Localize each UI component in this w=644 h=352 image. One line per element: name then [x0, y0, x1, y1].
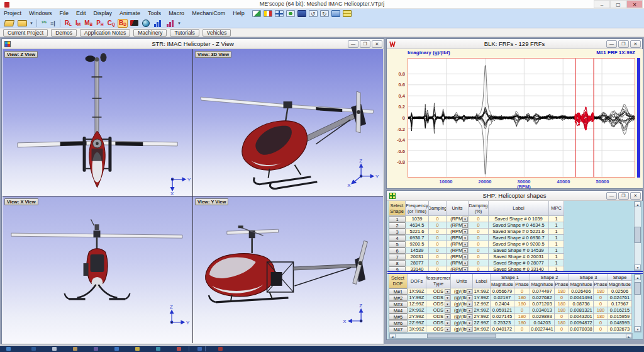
grid-cell[interactable]: 0.024761 — [608, 295, 632, 301]
dofs-header-select-dof[interactable]: Select DOF — [389, 274, 408, 288]
shape-row-button[interactable]: 7 — [389, 254, 406, 260]
tile-windows-icon[interactable] — [275, 10, 284, 17]
viewport-3d-view[interactable]: View: 3D View — [193, 49, 383, 196]
units-dropdown-icon[interactable]: ▼ — [462, 223, 468, 228]
grid-cell[interactable]: 2Y:99Z — [473, 314, 491, 320]
dofs-header-units[interactable]: Units — [451, 274, 473, 288]
shapes-titlebar[interactable]: SHP: Helicopter shapes — ❐ ✕ — [387, 191, 642, 201]
panel-restore-icon[interactable]: ❐ — [618, 40, 629, 48]
grid-cell[interactable]: Saved Shape # 0 5221.6 (RPM) — [489, 229, 549, 235]
panel-restore-icon[interactable]: ❐ — [360, 40, 370, 48]
shapes-header-frequency-or-time[interactable]: Frequency (or Time) — [406, 201, 429, 216]
menu-item-tools[interactable]: Tools — [144, 9, 165, 18]
view-label-z[interactable]: View: Z View — [4, 51, 38, 58]
panel-close-icon[interactable]: ✕ — [372, 40, 382, 48]
cell-dropdown-icon[interactable]: ▼ — [445, 295, 450, 300]
shape-sub-header[interactable]: Phase — [594, 281, 608, 288]
grid-cell[interactable]: 1 — [549, 260, 564, 266]
menu-item-mechanicom[interactable]: MechaniCom — [188, 9, 229, 18]
grid-cell[interactable]: 0 — [469, 254, 489, 260]
grid-cell[interactable]: 180 — [555, 288, 569, 295]
units-dropdown-icon[interactable]: ▼ — [462, 248, 468, 253]
grid-cell[interactable]: 0.02506 — [608, 288, 632, 295]
project-explorer-icon[interactable] — [252, 10, 261, 17]
grid-cell[interactable]: 180 — [594, 288, 608, 295]
menu-item-edit[interactable]: Edit — [72, 9, 90, 18]
grid-cell[interactable]: 1 — [549, 216, 564, 222]
grid-cell[interactable]: 0.027682 — [530, 295, 555, 301]
dof-row-button[interactable]: M#3 — [389, 301, 408, 307]
format-imaginary-button[interactable]: IM — [74, 19, 82, 28]
split-window-icon[interactable] — [343, 10, 352, 17]
cell-dropdown-icon[interactable]: ▼ — [467, 308, 472, 313]
menu-item-animate[interactable]: Animate — [116, 9, 144, 18]
units-dropdown-icon[interactable]: ▼ — [462, 217, 468, 222]
grid-cell[interactable]: 0 — [429, 254, 447, 260]
taskbar-app-icon[interactable] — [31, 347, 36, 351]
grid-cell[interactable]: 1 — [549, 229, 564, 235]
grid-cell[interactable]: 0 — [429, 247, 447, 254]
grid-cell[interactable]: 0.0041494 — [569, 295, 594, 301]
grid-cell[interactable]: 5221.6 — [406, 229, 429, 235]
bar-chart-red-icon[interactable] — [165, 19, 176, 28]
tab-current-project[interactable]: Current Project — [3, 29, 48, 37]
grid-cell[interactable]: 0.25323 — [491, 320, 514, 326]
grid-cell[interactable]: 0 — [429, 260, 447, 266]
units-dropdown-icon[interactable]: ▼ — [462, 236, 468, 241]
grid-cell[interactable]: 0.034013 — [530, 307, 555, 314]
grid-cell[interactable]: 180 — [514, 301, 530, 307]
grid-cell[interactable]: 0 — [469, 260, 489, 266]
grid-cell[interactable]: 180 — [555, 301, 569, 307]
grid-cell[interactable]: 0.17967 — [608, 301, 632, 307]
grid-cell[interactable]: Saved Shape # 0 28077 (RPM) — [489, 260, 549, 266]
grid-cell[interactable]: 1Z:99Z — [473, 301, 491, 307]
shape-group-header[interactable]: Shape 3 — [569, 274, 608, 281]
grid-cell[interactable]: 1 — [549, 222, 564, 229]
structure-titlebar[interactable]: STR: IMAC Helicopter - Z View — ❐ ✕ — [2, 39, 384, 49]
cell-dropdown-icon[interactable]: ▼ — [467, 321, 472, 326]
shapes-scrollbar[interactable]: ▲▼ — [634, 201, 641, 271]
menu-item-help[interactable]: Help — [229, 9, 248, 18]
cell-dropdown-icon[interactable]: ▼ — [445, 321, 450, 326]
grid-cell[interactable]: 14539 — [406, 247, 429, 254]
shapes-header-damping[interactable]: Damping — [429, 201, 447, 216]
menu-item-file[interactable]: File — [56, 9, 73, 18]
shape-sub-header[interactable]: Phase — [555, 281, 569, 288]
grid-cell[interactable]: 0.2404 — [491, 301, 514, 307]
start-button-icon[interactable] — [6, 347, 11, 351]
grid-cell[interactable]: 9200.5 — [406, 241, 429, 247]
cell-dropdown-icon[interactable]: ▼ — [467, 302, 472, 307]
scroll-left-icon[interactable]: ◄ — [389, 334, 396, 338]
grid-cell[interactable]: 1Y:99Z — [408, 295, 426, 301]
grid-cell[interactable]: 0 — [469, 235, 489, 241]
menu-item-project[interactable]: Project — [0, 9, 25, 18]
grid-cell[interactable]: 0.048595 — [608, 320, 632, 326]
shape-sub-header[interactable]: Phase — [514, 281, 530, 288]
cell-dropdown-icon[interactable]: ▼ — [467, 314, 472, 319]
menu-item-macro[interactable]: Macro — [165, 9, 188, 18]
panel-restore-icon[interactable]: ❐ — [618, 192, 629, 200]
taskbar-app-icon[interactable] — [135, 347, 140, 351]
grid-cell[interactable]: 0.040172 — [491, 326, 514, 332]
grid-cell[interactable]: 180 — [555, 307, 569, 314]
grid-cell[interactable]: Saved Shape # 0 1039 (RPM) — [489, 216, 549, 222]
taskbar-app-icon[interactable] — [52, 347, 57, 351]
grid-cell[interactable]: 0.059121 — [491, 307, 514, 314]
grid-cell[interactable]: 2Y:99Z — [408, 314, 426, 320]
scroll-down-icon[interactable]: ▼ — [635, 326, 641, 332]
grid-cell[interactable]: Saved Shape # 0 9200.5 (RPM) — [489, 241, 549, 247]
grid-cell[interactable]: 1 — [549, 247, 564, 254]
active-pane-icon[interactable] — [286, 10, 295, 17]
grid-cell[interactable]: 2X:99Z — [473, 307, 491, 314]
cell-dropdown-icon[interactable]: ▼ — [467, 289, 472, 294]
grid-cell[interactable]: 0 — [469, 222, 489, 229]
viewport-z-view[interactable]: View: Z View — [3, 49, 192, 196]
grid-cell[interactable]: 180 — [514, 314, 530, 320]
dof-row-button[interactable]: M#5 — [389, 314, 408, 320]
grid-cell[interactable]: 2Z:99Z — [408, 320, 426, 326]
dof-row-button[interactable]: M#1 — [389, 288, 408, 295]
grid-cell[interactable]: 180 — [555, 320, 569, 326]
grid-cell[interactable]: 0.02197 — [491, 295, 514, 301]
maximize-button[interactable]: ▢ — [610, 0, 626, 8]
grid-cell[interactable]: 0 — [429, 235, 447, 241]
